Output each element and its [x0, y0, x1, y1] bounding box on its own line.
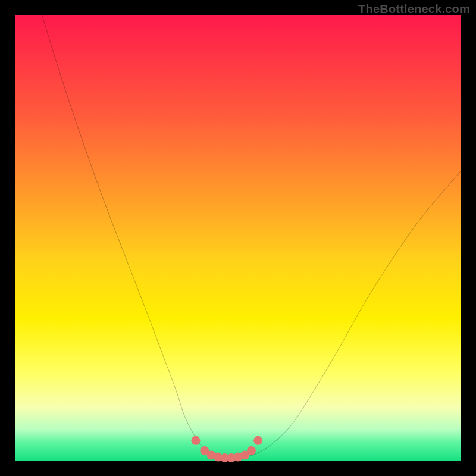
chart-svg: [15, 15, 461, 461]
bottom-marker-group: [191, 436, 262, 462]
marker-dot: [191, 436, 200, 445]
marker-dot: [253, 436, 262, 445]
bottleneck-curve: [42, 15, 461, 460]
marker-dot: [247, 446, 256, 455]
chart-frame: TheBottleneck.com: [0, 0, 476, 476]
watermark-text: TheBottleneck.com: [358, 2, 470, 16]
plot-area: [15, 15, 461, 461]
